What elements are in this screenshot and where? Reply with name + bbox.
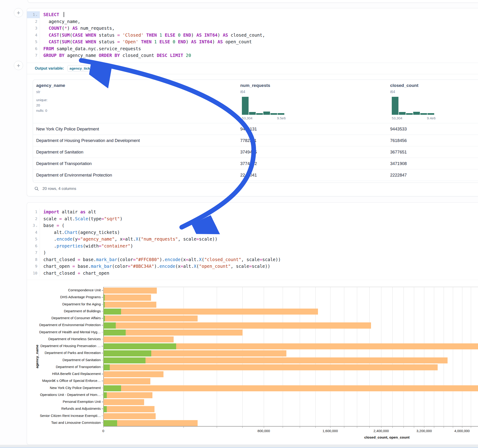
output-variable-pill[interactable]: agency_tickets: [67, 65, 93, 72]
table-row: Department of Transportation 3774892 347…: [33, 158, 478, 169]
code-line[interactable]: 6 .properties(width="container"): [27, 243, 478, 249]
add-cell-button-top[interactable]: +: [14, 8, 23, 17]
code-line[interactable]: 8chart_closed = base.mark_bar(color="#FF…: [27, 256, 478, 263]
code-text: CAST(SUM(CASE WHEN status = 'Closed' THE…: [40, 32, 265, 39]
code-line[interactable]: 10chart_closed + chart_open: [27, 270, 478, 277]
python-cell-card: 1import altair as alt2scale = alt.Scale(…: [27, 202, 478, 445]
x-axis-tick: [381, 427, 381, 428]
y-axis-label: Correspondence Unit: [28, 288, 101, 292]
y-axis-tick: [102, 388, 103, 388]
bar-closed-count: [104, 357, 447, 363]
code-text: .encode(y="agency_name", x=alt.X("num_re…: [40, 236, 217, 243]
y-axis-tick: [102, 423, 103, 423]
line-number: 2: [27, 216, 40, 222]
y-axis-line: [103, 287, 104, 426]
line-number: 2: [27, 18, 40, 25]
sql-code-editor[interactable]: 1⌄SELECT 2 agency_name,3 COUNT(*) AS num…: [27, 8, 478, 63]
notebook-page: + + 1⌄SELECT 2 agency_name,3 COUNT(*) AS…: [0, 0, 478, 448]
code-text: SELECT: [40, 11, 64, 18]
bar-open-count: [104, 392, 107, 398]
dataframe-preview: agency_name str unique: 20 nulls: 0 num_…: [33, 80, 478, 183]
fold-chevron-icon[interactable]: ⌄: [36, 13, 37, 16]
x-axis-tick: [403, 427, 404, 428]
row-count-summary: 20 rows, 4 columns: [42, 187, 76, 191]
code-line[interactable]: 7GROUP BY agency_name ORDER BY closed_co…: [27, 52, 478, 59]
x-axis-title: closed_count, open_count: [364, 435, 409, 440]
code-text: FROM sample_data.nyc.service_requests: [40, 45, 141, 52]
code-text: import altair as alt: [40, 209, 96, 216]
bar-open-count: [104, 343, 176, 349]
column-stats: unique: 20 nulls: 0: [36, 97, 48, 113]
y-axis-tick: [102, 297, 103, 298]
table-row: Department of Environmental Protection 2…: [33, 169, 478, 181]
code-line[interactable]: 6FROM sample_data.nyc.service_requests: [27, 45, 478, 52]
x-axis-tick-label: 800,000: [258, 429, 270, 433]
line-number: 4: [27, 32, 40, 39]
cell-gap-band: [0, 445, 478, 447]
code-text: COUNT(*) AS num_requests,: [40, 25, 115, 32]
x-axis-tick: [392, 427, 393, 428]
y-axis-tick: [102, 346, 103, 346]
y-axis-label: Department of Transportation: [28, 365, 101, 369]
x-axis-tick: [462, 427, 462, 428]
table-footer: 20 rows, 4 columns: [34, 187, 478, 191]
code-line[interactable]: 4 alt.Chart(agency_tickets): [27, 229, 478, 236]
line-number: 9: [27, 263, 40, 270]
bar-closed-count: [104, 288, 157, 294]
code-line[interactable]: 2 agency_name,: [27, 18, 478, 25]
python-code-editor[interactable]: 1import altair as alt2scale = alt.Scale(…: [27, 203, 478, 280]
code-line[interactable]: 4 CAST(SUM(CASE WHEN status = 'Closed' T…: [27, 32, 478, 39]
x-axis-tick: [283, 427, 283, 428]
x-axis-tick: [315, 427, 316, 428]
dataframe-header: agency_name str unique: 20 nulls: 0 num_…: [33, 80, 478, 123]
code-text: chart_closed = base.mark_bar(color="#FFC…: [40, 256, 281, 263]
column-title: closed_count: [390, 83, 418, 88]
histogram-range-labels: 53,304 9.5e6: [242, 116, 286, 120]
code-line[interactable]: 2scale = alt.Scale(type="sqrt"): [27, 216, 478, 222]
column-title: num_requests: [240, 83, 270, 88]
y-axis-label: Taxi and Limousine Commission: [28, 421, 101, 424]
add-cell-button-middle[interactable]: +: [14, 61, 23, 70]
gridline: [434, 287, 434, 426]
gridline: [264, 287, 264, 426]
gridline: [453, 287, 453, 426]
y-axis-tick: [102, 290, 103, 291]
y-axis-tick: [102, 311, 103, 311]
output-variable-row: Output variable: agency_tickets: [27, 63, 478, 74]
x-axis-tick: [217, 427, 217, 428]
code-line[interactable]: 5 CAST(SUM(CASE WHEN status = 'Open' THE…: [27, 38, 478, 45]
y-axis-label: New York City Police Department: [28, 386, 101, 390]
bar-open-count: [104, 350, 151, 356]
histogram-range-labels: 53,304 9.4e6: [392, 116, 436, 120]
code-line[interactable]: 3 COUNT(*) AS num_requests,: [27, 25, 478, 32]
code-line[interactable]: 3⌄base = (: [27, 222, 478, 229]
x-axis-tick: [414, 427, 414, 428]
line-number: 3: [27, 25, 40, 32]
histogram-bar: [399, 112, 406, 115]
bar-closed-count: [104, 309, 318, 315]
code-line[interactable]: 7): [27, 249, 478, 256]
text-cursor: [64, 12, 64, 17]
search-icon[interactable]: [34, 187, 39, 191]
histogram-bar: [428, 113, 434, 115]
bar-closed-count: [104, 330, 243, 336]
y-axis-label: DHS Advantage Programs: [28, 295, 101, 299]
line-number: 1: [27, 209, 40, 216]
y-axis-label: Department for the Aging: [28, 302, 101, 306]
line-number: 6: [27, 243, 40, 249]
bar-closed-count: [104, 399, 144, 405]
y-axis-title: agency_name: [35, 344, 39, 368]
y-axis-tick: [102, 325, 103, 325]
x-axis-tick: [434, 427, 434, 428]
fold-chevron-icon[interactable]: ⌄: [36, 224, 37, 227]
x-axis-tick: [444, 427, 444, 428]
code-line[interactable]: 1⌄SELECT: [27, 11, 478, 18]
code-line[interactable]: 5 .encode(y="agency_name", x=alt.X("num_…: [27, 236, 478, 243]
bar-closed-count: [104, 392, 152, 398]
x-axis-tick: [264, 427, 264, 428]
y-axis-tick: [102, 360, 103, 361]
code-line[interactable]: 9chart_open = base.mark_bar(color="#8BC3…: [27, 263, 478, 270]
line-number: 7: [27, 249, 40, 256]
gridline: [217, 287, 217, 426]
code-line[interactable]: 1import altair as alt: [27, 209, 478, 216]
